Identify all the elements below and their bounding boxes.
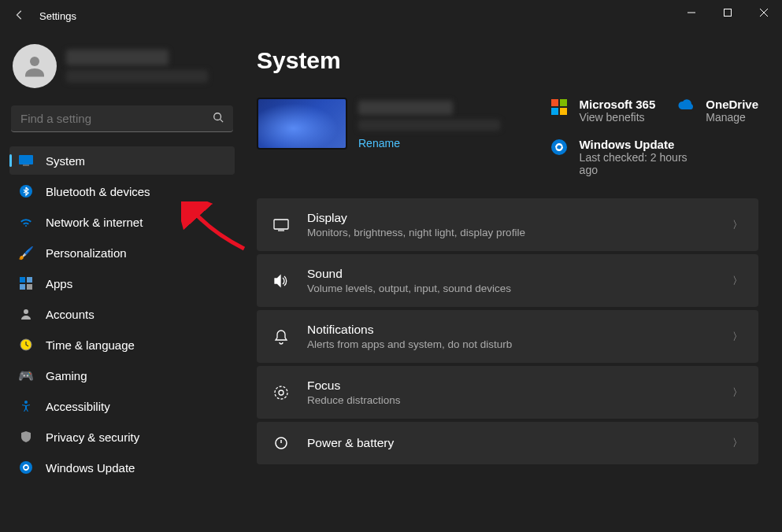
window-title: Settings bbox=[39, 10, 76, 22]
svg-point-12 bbox=[24, 401, 28, 404]
paintbrush-icon: 🖌️ bbox=[19, 246, 33, 260]
page-title: System bbox=[257, 47, 758, 74]
svg-point-2 bbox=[214, 113, 221, 120]
chevron-right-icon: 〉 bbox=[732, 386, 743, 400]
back-button[interactable] bbox=[14, 9, 25, 23]
maximize-button[interactable] bbox=[710, 0, 746, 25]
svg-rect-15 bbox=[274, 220, 288, 229]
setting-power[interactable]: Power & battery 〉 bbox=[257, 422, 758, 464]
settings-list: Display Monitors, brightness, night ligh… bbox=[257, 198, 758, 464]
sidebar-item-label: Accessibility bbox=[46, 400, 110, 413]
svg-rect-8 bbox=[20, 284, 25, 290]
setting-title: Focus bbox=[307, 379, 715, 393]
chevron-right-icon: 〉 bbox=[732, 436, 743, 450]
accessibility-icon bbox=[19, 399, 33, 413]
sidebar-item-accessibility[interactable]: Accessibility bbox=[9, 392, 235, 420]
svg-rect-9 bbox=[27, 284, 32, 290]
setting-title: Notifications bbox=[307, 323, 715, 337]
sidebar-item-gaming[interactable]: 🎮 Gaming bbox=[9, 361, 235, 390]
sidebar-item-label: Network & internet bbox=[46, 216, 143, 229]
gaming-icon: 🎮 bbox=[19, 368, 33, 382]
shield-icon bbox=[19, 430, 33, 444]
minimize-button[interactable] bbox=[673, 0, 710, 25]
status-sub: Manage bbox=[706, 111, 758, 124]
sidebar-item-label: Windows Update bbox=[46, 461, 135, 475]
svg-point-1 bbox=[30, 57, 39, 66]
chevron-right-icon: 〉 bbox=[732, 330, 743, 344]
setting-title: Display bbox=[307, 211, 715, 225]
ms365-icon bbox=[551, 99, 569, 116]
setting-focus[interactable]: Focus Reduce distractions 〉 bbox=[257, 366, 758, 419]
status-title: Microsoft 365 bbox=[580, 98, 656, 111]
sidebar-item-personalization[interactable]: 🖌️ Personalization bbox=[9, 238, 235, 267]
focus-icon bbox=[272, 384, 290, 401]
nav-list: System Bluetooth & devices Network & int… bbox=[9, 146, 235, 482]
setting-title: Sound bbox=[307, 267, 715, 281]
update-status-icon bbox=[551, 139, 569, 157]
close-button[interactable] bbox=[746, 0, 782, 25]
search-icon bbox=[213, 112, 224, 126]
svg-point-10 bbox=[24, 309, 28, 314]
ms365-card[interactable]: Microsoft 365 View benefits bbox=[551, 98, 656, 124]
search-input[interactable] bbox=[20, 112, 213, 125]
sound-icon bbox=[272, 272, 290, 290]
update-card[interactable]: Windows Update Last checked: 2 hours ago bbox=[551, 138, 758, 176]
onedrive-card[interactable]: OneDrive Manage bbox=[677, 98, 758, 124]
sidebar-item-accounts[interactable]: Accounts bbox=[9, 300, 235, 328]
svg-point-16 bbox=[275, 386, 287, 399]
svg-rect-6 bbox=[20, 277, 25, 283]
sidebar: System Bluetooth & devices Network & int… bbox=[0, 31, 244, 532]
svg-point-17 bbox=[279, 390, 284, 395]
svg-rect-0 bbox=[725, 9, 732, 17]
sidebar-item-privacy[interactable]: Privacy & security bbox=[9, 423, 235, 451]
sidebar-item-label: Accounts bbox=[46, 308, 95, 321]
status-title: Windows Update bbox=[580, 138, 706, 151]
rename-link[interactable]: Rename bbox=[358, 137, 500, 150]
sidebar-item-apps[interactable]: Apps bbox=[9, 269, 235, 297]
setting-desc: Alerts from apps and system, do not dist… bbox=[307, 338, 715, 350]
window-controls bbox=[673, 0, 782, 31]
sidebar-item-time[interactable]: Time & language bbox=[9, 331, 235, 359]
sidebar-item-label: Personalization bbox=[46, 246, 127, 260]
status-sub: View benefits bbox=[580, 111, 656, 124]
setting-title: Power & battery bbox=[307, 436, 715, 450]
sidebar-item-label: Privacy & security bbox=[46, 430, 139, 444]
sidebar-item-system[interactable]: System bbox=[9, 146, 235, 175]
setting-desc: Reduce distractions bbox=[307, 394, 715, 406]
onedrive-icon bbox=[677, 99, 695, 116]
setting-sound[interactable]: Sound Volume levels, output, input, soun… bbox=[257, 254, 758, 307]
system-icon bbox=[19, 153, 33, 168]
titlebar: Settings bbox=[0, 0, 782, 31]
clock-icon bbox=[19, 338, 33, 352]
svg-point-14 bbox=[551, 139, 567, 155]
sidebar-item-label: Time & language bbox=[46, 338, 135, 352]
svg-rect-3 bbox=[19, 155, 33, 164]
display-icon bbox=[272, 216, 290, 234]
status-title: OneDrive bbox=[706, 98, 758, 111]
content-area: System Rename M bbox=[244, 31, 782, 532]
sidebar-item-network[interactable]: Network & internet bbox=[9, 208, 235, 236]
wifi-icon bbox=[19, 215, 33, 229]
svg-rect-7 bbox=[27, 277, 32, 283]
sidebar-item-label: Apps bbox=[46, 277, 72, 290]
device-name-redacted bbox=[358, 101, 453, 115]
bell-icon bbox=[272, 328, 290, 345]
search-box[interactable] bbox=[11, 105, 233, 132]
sidebar-item-label: System bbox=[46, 154, 85, 168]
status-sub: Last checked: 2 hours ago bbox=[580, 151, 706, 176]
device-thumbnail bbox=[257, 98, 347, 150]
sidebar-item-update[interactable]: Windows Update bbox=[9, 453, 235, 482]
device-card[interactable]: Rename bbox=[257, 98, 500, 176]
sidebar-item-bluetooth[interactable]: Bluetooth & devices bbox=[9, 177, 235, 205]
profile-section[interactable] bbox=[9, 39, 235, 102]
profile-email-redacted bbox=[66, 70, 208, 83]
setting-display[interactable]: Display Monitors, brightness, night ligh… bbox=[257, 198, 758, 251]
svg-point-13 bbox=[20, 461, 32, 474]
chevron-right-icon: 〉 bbox=[732, 274, 743, 288]
device-model-redacted bbox=[358, 120, 500, 131]
accounts-icon bbox=[19, 307, 33, 321]
update-icon bbox=[19, 460, 33, 475]
setting-notifications[interactable]: Notifications Alerts from apps and syste… bbox=[257, 310, 758, 363]
apps-icon bbox=[19, 276, 33, 290]
bluetooth-icon bbox=[19, 184, 33, 198]
